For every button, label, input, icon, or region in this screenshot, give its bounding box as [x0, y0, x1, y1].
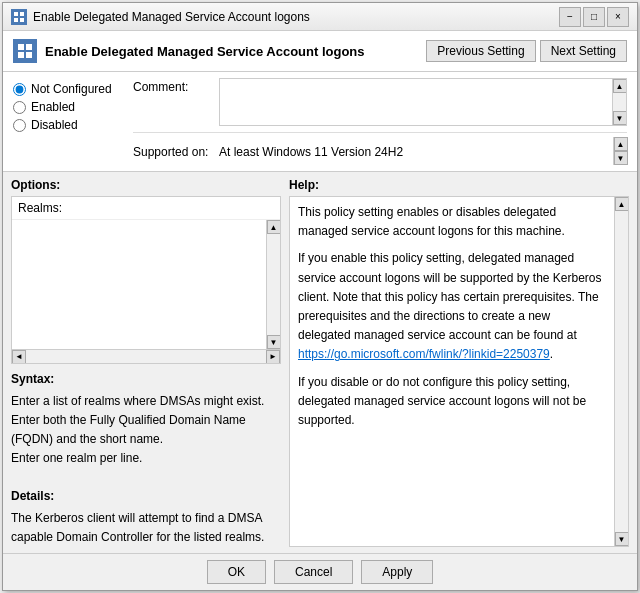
help-box: This policy setting enables or disables …	[289, 196, 629, 547]
realms-scroll-up[interactable]: ▲	[267, 220, 281, 234]
bottom-section: Options: Realms: ▲ ▼ ◄ ►	[3, 172, 637, 553]
radio-enabled-input[interactable]	[13, 101, 26, 114]
realms-scroll-down[interactable]: ▼	[267, 335, 281, 349]
right-fields: Comment: ▲ ▼ Supported on: At least W	[133, 78, 627, 165]
syntax-line-1: Enter a list of realms where DMSAs might…	[11, 392, 281, 411]
window-title: Enable Delegated Managed Service Account…	[33, 10, 310, 24]
realms-textarea[interactable]	[12, 220, 266, 349]
radio-group: Not Configured Enabled Disabled	[13, 78, 133, 165]
apply-button[interactable]: Apply	[361, 560, 433, 584]
svg-rect-0	[14, 12, 18, 16]
radio-disabled-label: Disabled	[31, 118, 78, 132]
svg-rect-5	[26, 44, 32, 50]
header-buttons: Previous Setting Next Setting	[426, 40, 627, 62]
help-link[interactable]: https://go.microsoft.com/fwlink/?linkid=…	[298, 347, 550, 361]
options-title: Options:	[11, 178, 281, 192]
syntax-line-3: Enter one realm per line.	[11, 449, 281, 468]
details-title: Details:	[11, 487, 281, 506]
svg-rect-7	[26, 52, 32, 58]
title-bar-left: Enable Delegated Managed Service Account…	[11, 9, 310, 25]
comment-row: Comment: ▲ ▼	[133, 78, 627, 126]
realms-scrollbar-h[interactable]: ◄ ►	[12, 349, 280, 363]
comment-textarea-wrap: ▲ ▼	[219, 78, 627, 126]
realms-scroll-right[interactable]: ►	[266, 350, 280, 364]
ok-button[interactable]: OK	[207, 560, 266, 584]
close-button[interactable]: ×	[607, 7, 629, 27]
help-scroll-up[interactable]: ▲	[615, 197, 629, 211]
title-bar: Enable Delegated Managed Service Account…	[3, 3, 637, 31]
supported-scroll-up[interactable]: ▲	[614, 137, 628, 151]
supported-scroll-down[interactable]: ▼	[614, 151, 628, 165]
syntax-title: Syntax:	[11, 370, 281, 389]
syntax-line-2: Enter both the Fully Qualified Domain Na…	[11, 411, 281, 449]
svg-rect-2	[14, 18, 18, 22]
content-area: Enable Delegated Managed Service Account…	[3, 31, 637, 590]
main-window: Enable Delegated Managed Service Account…	[2, 2, 638, 591]
next-setting-button[interactable]: Next Setting	[540, 40, 627, 62]
realms-textarea-wrap: ▲ ▼	[12, 220, 280, 349]
details-text: The Kerberos client will attempt to find…	[11, 509, 281, 547]
supported-scrollbar[interactable]: ▲ ▼	[613, 137, 627, 165]
policy-icon	[13, 39, 37, 63]
cancel-button[interactable]: Cancel	[274, 560, 353, 584]
options-box: Realms: ▲ ▼ ◄ ►	[11, 196, 281, 364]
middle-section: Not Configured Enabled Disabled Comment:	[3, 72, 637, 172]
comment-label: Comment:	[133, 78, 213, 94]
svg-rect-4	[18, 44, 24, 50]
scroll-down-btn[interactable]: ▼	[613, 111, 627, 125]
svg-rect-1	[20, 12, 24, 16]
minimize-button[interactable]: −	[559, 7, 581, 27]
realms-label: Realms:	[12, 197, 280, 220]
realms-scrollbar-v[interactable]: ▲ ▼	[266, 220, 280, 349]
supported-value: At least Windows 11 Version 24H2	[219, 143, 607, 159]
help-para-1: This policy setting enables or disables …	[298, 203, 606, 241]
maximize-button[interactable]: □	[583, 7, 605, 27]
help-para-2: If you enable this policy setting, deleg…	[298, 249, 606, 364]
realms-scroll-left[interactable]: ◄	[12, 350, 26, 364]
radio-disabled[interactable]: Disabled	[13, 118, 133, 132]
header-section: Enable Delegated Managed Service Account…	[3, 31, 637, 72]
scroll-up-btn[interactable]: ▲	[613, 79, 627, 93]
divider	[281, 178, 289, 547]
footer: OK Cancel Apply	[3, 553, 637, 590]
help-para-3: If you disable or do not configure this …	[298, 373, 606, 431]
help-scroll-down[interactable]: ▼	[615, 532, 629, 546]
help-content: This policy setting enables or disables …	[290, 197, 614, 546]
supported-row: Supported on: At least Windows 11 Versio…	[133, 132, 627, 165]
previous-setting-button[interactable]: Previous Setting	[426, 40, 535, 62]
radio-not-configured-label: Not Configured	[31, 82, 112, 96]
svg-rect-3	[20, 18, 24, 22]
help-title: Help:	[289, 178, 629, 192]
header-title: Enable Delegated Managed Service Account…	[45, 44, 418, 59]
radio-not-configured-input[interactable]	[13, 83, 26, 96]
radio-enabled-label: Enabled	[31, 100, 75, 114]
options-panel: Options: Realms: ▲ ▼ ◄ ►	[11, 178, 281, 547]
supported-label: Supported on:	[133, 143, 213, 159]
window-controls: − □ ×	[559, 7, 629, 27]
comment-textarea[interactable]	[220, 79, 612, 125]
help-scrollbar-v[interactable]: ▲ ▼	[614, 197, 628, 546]
svg-rect-6	[18, 52, 24, 58]
radio-enabled[interactable]: Enabled	[13, 100, 133, 114]
comment-scrollbar-v[interactable]: ▲ ▼	[612, 79, 626, 125]
radio-not-configured[interactable]: Not Configured	[13, 82, 133, 96]
radio-disabled-input[interactable]	[13, 119, 26, 132]
syntax-section: Syntax: Enter a list of realms where DMS…	[11, 370, 281, 547]
comment-textarea-inner: ▲ ▼	[220, 79, 626, 125]
help-panel: Help: This policy setting enables or dis…	[289, 178, 629, 547]
window-icon	[11, 9, 27, 25]
